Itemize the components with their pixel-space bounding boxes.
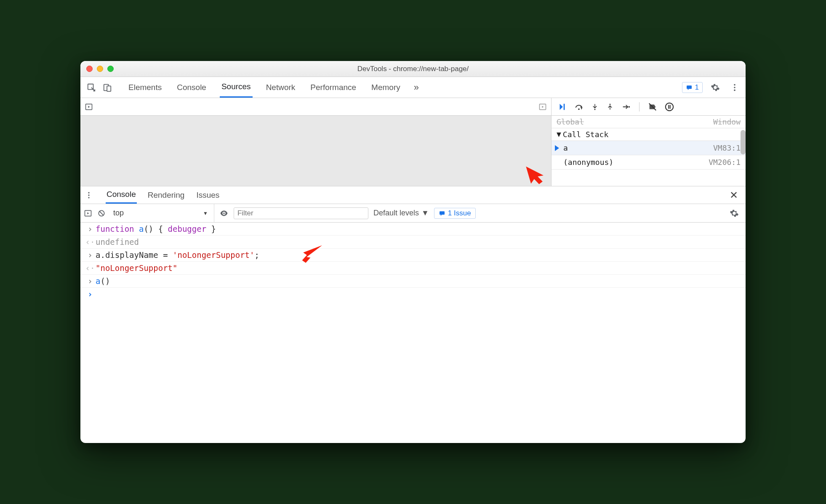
- scope-name: Global: [557, 117, 584, 126]
- tab-console[interactable]: Console: [175, 78, 208, 97]
- stack-frame-0[interactable]: a VM83:1: [552, 141, 746, 155]
- svg-point-19: [88, 197, 89, 198]
- issues-badge[interactable]: 1: [682, 82, 703, 93]
- chevron-down-icon: ▼: [421, 209, 429, 218]
- sources-editor-bar: [80, 98, 551, 116]
- show-debugger-icon[interactable]: [538, 103, 547, 111]
- console-sidebar-icon[interactable]: [84, 209, 92, 218]
- input-marker-icon: ›: [85, 276, 96, 286]
- deactivate-breakpoints-icon[interactable]: [648, 102, 657, 111]
- console-prompt-row[interactable]: ›: [80, 288, 746, 300]
- svg-point-4: [734, 84, 735, 85]
- show-navigator-icon[interactable]: [85, 103, 93, 111]
- output-marker-icon: ‹·: [85, 237, 96, 247]
- tab-sources[interactable]: Sources: [220, 77, 253, 98]
- device-toolbar-icon[interactable]: [101, 81, 114, 94]
- svg-rect-15: [668, 105, 669, 109]
- stack-loc: VM83:1: [713, 143, 741, 152]
- kebab-menu-icon[interactable]: [728, 81, 741, 94]
- tab-performance[interactable]: Performance: [309, 78, 358, 97]
- call-stack-header[interactable]: ▼Call Stack: [552, 128, 746, 141]
- svg-point-11: [594, 109, 596, 110]
- close-window-button[interactable]: [86, 66, 93, 72]
- drawer-tab-issues[interactable]: Issues: [195, 187, 220, 203]
- debugger-sidebar: Global Window ▼Call Stack a VM83:1 (anon…: [551, 98, 746, 186]
- svg-rect-23: [440, 211, 445, 215]
- drawer-tabs: Console Rendering Issues ✕: [80, 186, 746, 204]
- devtools-window: DevTools - chrome://new-tab-page/ Elemen…: [80, 61, 746, 443]
- settings-gear-icon[interactable]: [709, 81, 722, 94]
- stack-fn: a: [563, 143, 568, 152]
- drawer-tab-console[interactable]: Console: [106, 186, 137, 204]
- more-tabs-button[interactable]: »: [414, 82, 419, 93]
- step-icon[interactable]: [621, 102, 631, 111]
- scope-value: Window: [713, 117, 741, 126]
- svg-point-5: [734, 87, 735, 88]
- clear-console-icon[interactable]: [97, 209, 106, 218]
- drawer-close-icon[interactable]: ✕: [726, 188, 741, 203]
- stack-fn: (anonymous): [563, 158, 613, 167]
- console-body: › function a() { debugger } ‹· undefined…: [80, 223, 746, 443]
- titlebar: DevTools - chrome://new-tab-page/: [80, 61, 746, 77]
- svg-point-10: [578, 108, 580, 110]
- resume-icon[interactable]: [557, 102, 567, 111]
- code-line: a.displayName = 'noLongerSupport';: [96, 250, 259, 260]
- window-controls: [86, 66, 114, 72]
- output-marker-icon: ‹·: [85, 263, 96, 273]
- sources-left-column: [80, 98, 551, 186]
- stack-frame-1[interactable]: (anonymous) VM206:1: [552, 155, 746, 170]
- console-input-row: › a.displayName = 'noLongerSupport';: [80, 249, 746, 262]
- issues-count: 1: [695, 83, 699, 92]
- step-over-icon[interactable]: [574, 102, 584, 111]
- editor-empty-area: [80, 116, 551, 186]
- console-output-row: ‹· "noLongerSupport": [80, 262, 746, 275]
- main-tabs: Elements Console Sources Network Perform…: [127, 77, 679, 98]
- step-out-icon[interactable]: [606, 102, 614, 111]
- context-label: top: [113, 209, 124, 218]
- code-line: undefined: [96, 237, 139, 247]
- separator: [639, 102, 639, 111]
- svg-point-6: [734, 89, 735, 91]
- svg-rect-9: [564, 103, 565, 110]
- inspect-element-icon[interactable]: [85, 81, 98, 94]
- code-line: "noLongerSupport": [96, 263, 177, 273]
- minimize-window-button[interactable]: [97, 66, 103, 72]
- svg-point-22: [223, 212, 225, 214]
- context-selector[interactable]: top ▼: [111, 204, 214, 222]
- svg-rect-3: [687, 85, 692, 89]
- console-toolbar: top ▼ Default levels ▼ 1 Issue: [80, 204, 746, 223]
- console-input-row: › function a() { debugger }: [80, 223, 746, 236]
- svg-point-18: [88, 194, 89, 196]
- input-marker-icon: ›: [85, 250, 96, 260]
- prompt-marker-icon: ›: [85, 289, 96, 299]
- input-marker-icon: ›: [85, 224, 96, 233]
- tab-network[interactable]: Network: [264, 78, 297, 97]
- console-output-row: ‹· undefined: [80, 236, 746, 249]
- live-expression-icon[interactable]: [219, 209, 229, 218]
- filter-input[interactable]: [234, 207, 368, 219]
- svg-point-14: [666, 103, 673, 110]
- debugger-controls: [552, 98, 746, 116]
- stack-loc: VM206:1: [709, 158, 741, 167]
- window-title: DevTools - chrome://new-tab-page/: [80, 65, 746, 73]
- step-into-icon[interactable]: [591, 102, 599, 111]
- tab-elements[interactable]: Elements: [127, 78, 163, 97]
- scope-global-row[interactable]: Global Window: [552, 116, 746, 128]
- maximize-window-button[interactable]: [107, 66, 114, 72]
- scrollbar-thumb[interactable]: [741, 130, 746, 154]
- svg-rect-2: [107, 86, 111, 91]
- svg-point-13: [629, 106, 630, 108]
- svg-rect-16: [670, 105, 671, 109]
- drawer-tab-rendering[interactable]: Rendering: [147, 187, 186, 203]
- code-line: function a() { debugger }: [96, 224, 216, 233]
- main-tabs-bar: Elements Console Sources Network Perform…: [80, 77, 746, 98]
- drawer-menu-icon[interactable]: [85, 191, 96, 199]
- console-input-row: › a(): [80, 275, 746, 288]
- console-settings-gear-icon[interactable]: [726, 209, 742, 218]
- tab-memory[interactable]: Memory: [370, 78, 402, 97]
- log-levels-selector[interactable]: Default levels ▼: [373, 209, 429, 218]
- svg-point-12: [610, 103, 611, 105]
- pause-on-exceptions-icon[interactable]: [665, 102, 674, 111]
- chevron-down-icon: ▼: [203, 210, 208, 216]
- console-issues-chip[interactable]: 1 Issue: [434, 208, 476, 219]
